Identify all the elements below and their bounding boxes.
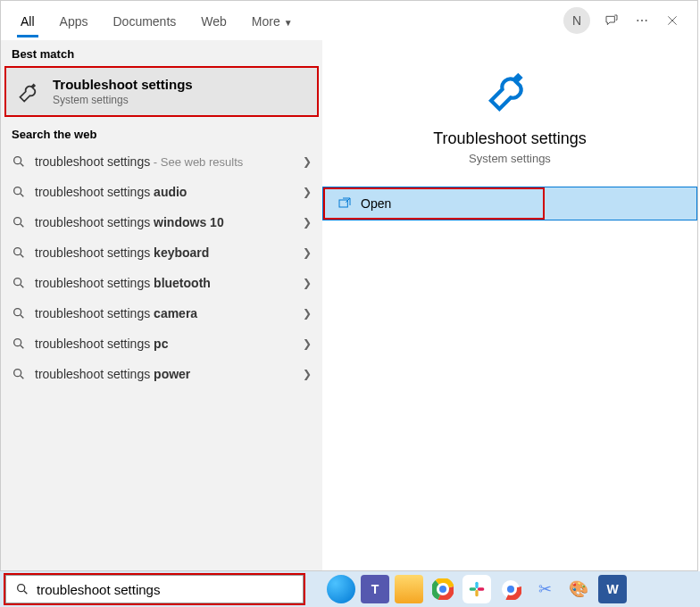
best-match-text: Troubleshoot settings System settings <box>53 77 193 106</box>
taskbar-chrome-icon[interactable] <box>429 575 457 603</box>
filter-tabs: All Apps Documents Web More▼ <box>8 4 305 37</box>
action-row: Open <box>322 187 697 220</box>
search-web-label: Search the web <box>1 121 322 146</box>
svg-point-17 <box>439 586 446 593</box>
web-result-text: troubleshoot settings power <box>35 367 294 381</box>
svg-rect-21 <box>478 587 485 590</box>
svg-point-1 <box>641 20 643 21</box>
user-avatar[interactable]: N <box>563 7 590 34</box>
chevron-right-icon: ❯ <box>303 186 312 198</box>
search-icon <box>15 582 29 596</box>
chevron-right-icon: ❯ <box>303 216 312 229</box>
open-button[interactable]: Open <box>323 187 545 220</box>
search-icon <box>12 245 26 260</box>
svg-point-9 <box>14 339 21 346</box>
open-label: Open <box>361 196 391 211</box>
web-result[interactable]: troubleshoot settings - See web results❯ <box>1 146 322 177</box>
search-window: All Apps Documents Web More▼ N Best matc… <box>0 0 698 571</box>
svg-rect-19 <box>470 587 477 590</box>
svg-rect-11 <box>339 200 347 207</box>
best-match-subtitle: System settings <box>53 94 193 106</box>
web-result-text: troubleshoot settings bluetooth <box>35 276 294 290</box>
search-query: troubleshoot settings <box>37 582 160 597</box>
search-icon <box>12 154 26 169</box>
preview-header: Troubleshoot settings System settings <box>322 40 697 187</box>
web-result-text: troubleshoot settings audio <box>35 185 294 199</box>
header: All Apps Documents Web More▼ N <box>1 1 697 40</box>
svg-point-6 <box>14 248 21 255</box>
wrench-icon <box>17 79 42 104</box>
action-spacer <box>545 187 696 220</box>
web-result-text: troubleshoot settings camera <box>35 306 294 320</box>
tab-more[interactable]: More▼ <box>239 4 305 37</box>
taskbar-search[interactable]: troubleshoot settings <box>5 575 304 603</box>
search-icon <box>12 367 26 381</box>
taskbar-chrome2-icon[interactable] <box>496 575 525 603</box>
web-result[interactable]: troubleshoot settings pc❯ <box>1 328 322 359</box>
header-actions: N <box>563 7 690 34</box>
svg-point-3 <box>14 157 21 164</box>
web-results-list: troubleshoot settings - See web results❯… <box>1 146 322 389</box>
taskbar-apps: T ✂ 🎨 W <box>327 575 627 603</box>
taskbar-slack-icon[interactable] <box>462 575 491 603</box>
search-icon <box>12 215 26 229</box>
body: Best match Troubleshoot settings System … <box>1 40 697 570</box>
svg-point-7 <box>14 279 21 286</box>
web-result[interactable]: troubleshoot settings audio❯ <box>1 177 322 207</box>
svg-point-2 <box>646 20 647 21</box>
taskbar-teams-icon[interactable]: T <box>361 575 389 603</box>
svg-point-12 <box>18 585 25 592</box>
preview-title: Troubleshoot settings <box>340 129 679 148</box>
svg-point-8 <box>14 309 21 316</box>
search-icon <box>12 276 26 290</box>
chevron-right-icon: ❯ <box>303 155 312 168</box>
best-match-result[interactable]: Troubleshoot settings System settings <box>4 66 319 117</box>
web-result[interactable]: troubleshoot settings power❯ <box>1 359 322 389</box>
web-result-text: troubleshoot settings windows 10 <box>35 215 294 229</box>
taskbar: troubleshoot settings T ✂ 🎨 W <box>0 571 700 607</box>
search-icon <box>12 185 26 199</box>
chevron-down-icon: ▼ <box>284 18 293 28</box>
web-result[interactable]: troubleshoot settings keyboard❯ <box>1 237 322 268</box>
results-panel: Best match Troubleshoot settings System … <box>1 40 322 570</box>
chevron-right-icon: ❯ <box>303 277 312 289</box>
web-result[interactable]: troubleshoot settings bluetooth❯ <box>1 268 322 298</box>
taskbar-explorer-icon[interactable] <box>395 575 423 603</box>
taskbar-snip-icon[interactable]: ✂ <box>530 575 559 603</box>
svg-point-4 <box>14 187 21 195</box>
close-button[interactable] <box>663 12 681 29</box>
tab-web[interactable]: Web <box>188 4 239 37</box>
taskbar-edge-icon[interactable] <box>327 575 355 603</box>
web-result-text: troubleshoot settings pc <box>35 337 294 351</box>
preview-panel: Troubleshoot settings System settings Op… <box>322 40 697 570</box>
web-result[interactable]: troubleshoot settings windows 10❯ <box>1 207 322 237</box>
web-result-text: troubleshoot settings - See web results <box>35 154 294 169</box>
taskbar-paint-icon[interactable]: 🎨 <box>564 575 593 603</box>
svg-point-24 <box>507 586 514 593</box>
best-match-label: Best match <box>1 40 322 66</box>
preview-subtitle: System settings <box>340 152 679 165</box>
best-match-title: Troubleshoot settings <box>53 77 193 92</box>
tab-all[interactable]: All <box>8 4 47 37</box>
tab-documents[interactable]: Documents <box>100 4 188 37</box>
web-result[interactable]: troubleshoot settings camera❯ <box>1 298 322 328</box>
tab-apps[interactable]: Apps <box>47 4 101 37</box>
chevron-right-icon: ❯ <box>303 337 312 350</box>
svg-rect-20 <box>475 590 478 597</box>
svg-point-10 <box>14 370 21 377</box>
feedback-icon[interactable] <box>603 12 621 29</box>
svg-rect-18 <box>475 582 478 589</box>
chevron-right-icon: ❯ <box>303 307 312 320</box>
chevron-right-icon: ❯ <box>303 246 312 259</box>
wrench-icon <box>485 65 535 115</box>
search-icon <box>12 306 26 320</box>
svg-point-0 <box>637 20 638 21</box>
open-icon <box>338 196 352 211</box>
more-options-icon[interactable] <box>633 12 651 29</box>
taskbar-word-icon[interactable]: W <box>598 575 627 603</box>
chevron-right-icon: ❯ <box>303 368 312 380</box>
search-icon <box>12 337 26 351</box>
web-result-text: troubleshoot settings keyboard <box>35 245 294 260</box>
svg-point-5 <box>14 218 21 225</box>
